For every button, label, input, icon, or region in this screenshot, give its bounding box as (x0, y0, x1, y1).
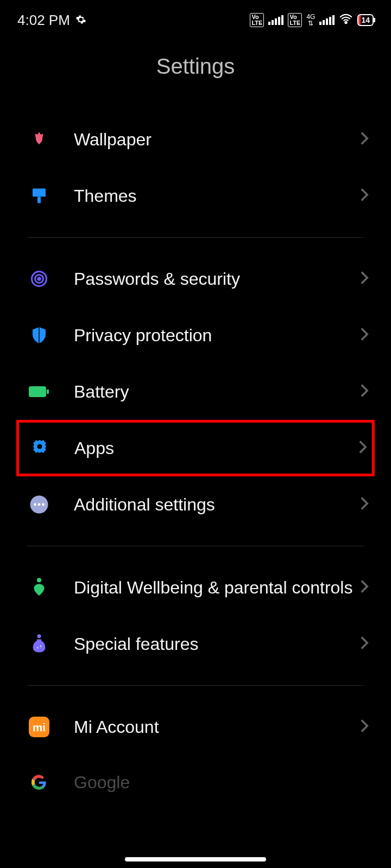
chevron-right-icon (360, 270, 369, 288)
more-icon (27, 493, 51, 516)
battery-icon: 14 (357, 14, 374, 26)
settings-item-special[interactable]: Special features (0, 616, 391, 672)
settings-item-privacy[interactable]: Privacy protection (0, 307, 391, 363)
chevron-right-icon (360, 327, 369, 344)
settings-item-additional[interactable]: Additional settings (0, 476, 391, 533)
settings-item-passwords[interactable]: Passwords & security (0, 251, 391, 307)
settings-item-label: Digital Wellbeing & parental controls (74, 577, 360, 598)
status-time: 4:02 PM (17, 12, 70, 29)
settings-item-label: Themes (74, 185, 360, 207)
svg-rect-2 (37, 197, 41, 203)
chevron-right-icon (360, 718, 369, 736)
volte-icon-2: VoLTE (288, 13, 302, 27)
settings-item-label: Mi Account (74, 716, 360, 738)
chevron-right-icon (360, 579, 369, 596)
svg-point-13 (37, 578, 41, 582)
google-icon (27, 770, 51, 794)
volte-icon-1: VoLTE (250, 13, 264, 27)
svg-point-0 (345, 22, 347, 23)
svg-point-15 (37, 647, 39, 649)
settings-item-mi-account[interactable]: mi Mi Account (0, 699, 391, 755)
flask-icon (27, 632, 51, 656)
svg-rect-6 (29, 386, 46, 397)
signal-icon-1 (268, 15, 283, 25)
home-indicator[interactable] (125, 857, 266, 861)
person-heart-icon (27, 576, 51, 599)
settings-item-label: Apps (74, 437, 358, 459)
mi-icon: mi (27, 715, 51, 739)
svg-text:mi: mi (33, 721, 46, 733)
status-left: 4:02 PM (17, 12, 86, 29)
settings-item-label: Wallpaper (74, 129, 360, 150)
battery-level: 14 (361, 16, 370, 24)
svg-point-11 (38, 503, 41, 506)
settings-item-wellbeing[interactable]: Digital Wellbeing & parental controls (0, 559, 391, 616)
fingerprint-icon (27, 267, 51, 291)
settings-item-label: Additional settings (74, 494, 360, 515)
status-bar: 4:02 PM VoLTE VoLTE 4G ⇅ 14 (0, 0, 391, 33)
divider (27, 546, 364, 546)
svg-rect-1 (33, 189, 46, 197)
chevron-right-icon (358, 439, 368, 457)
settings-item-battery[interactable]: Battery (0, 363, 391, 420)
svg-point-5 (38, 278, 41, 280)
divider (27, 685, 364, 686)
svg-rect-7 (47, 390, 49, 394)
gear-icon (28, 436, 52, 460)
settings-item-google[interactable]: Google (0, 755, 391, 794)
battery-icon (27, 380, 51, 404)
wifi-icon (339, 14, 353, 27)
svg-point-10 (34, 503, 36, 506)
settings-item-label: Google (74, 771, 369, 793)
chevron-right-icon (360, 131, 369, 148)
settings-item-label: Special features (74, 633, 360, 655)
chevron-right-icon (360, 496, 369, 513)
data-arrows-icon: ⇅ (308, 20, 313, 27)
shield-icon (27, 323, 51, 347)
svg-point-16 (40, 646, 41, 647)
settings-item-label: Passwords & security (74, 268, 360, 290)
chevron-right-icon (360, 635, 369, 653)
settings-item-label: Privacy protection (74, 324, 360, 346)
page-title: Settings (0, 54, 391, 79)
brush-icon (27, 184, 51, 208)
settings-item-wallpaper[interactable]: Wallpaper (0, 111, 391, 168)
signal-icon-2 (319, 15, 335, 25)
tulip-icon (27, 127, 51, 151)
divider (27, 237, 364, 238)
chevron-right-icon (360, 383, 369, 400)
svg-point-8 (37, 444, 42, 449)
network-label: 4G ⇅ (306, 14, 315, 27)
chevron-right-icon (360, 187, 369, 205)
settings-item-label: Battery (74, 381, 360, 403)
gear-icon (75, 12, 86, 29)
settings-item-apps[interactable]: Apps (16, 420, 375, 476)
svg-point-14 (37, 634, 41, 638)
svg-point-12 (42, 503, 45, 506)
status-right: VoLTE VoLTE 4G ⇅ 14 (250, 13, 374, 27)
settings-item-themes[interactable]: Themes (0, 168, 391, 224)
settings-list: Wallpaper Themes Passwords & security Pr… (0, 111, 391, 794)
